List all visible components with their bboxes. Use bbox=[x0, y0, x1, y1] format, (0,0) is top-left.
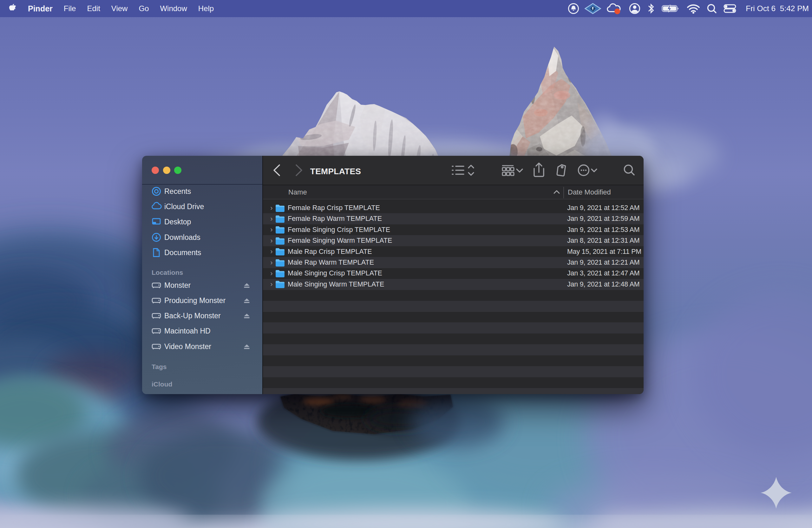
svg-text:TEMPLATES: TEMPLATES bbox=[310, 167, 361, 176]
